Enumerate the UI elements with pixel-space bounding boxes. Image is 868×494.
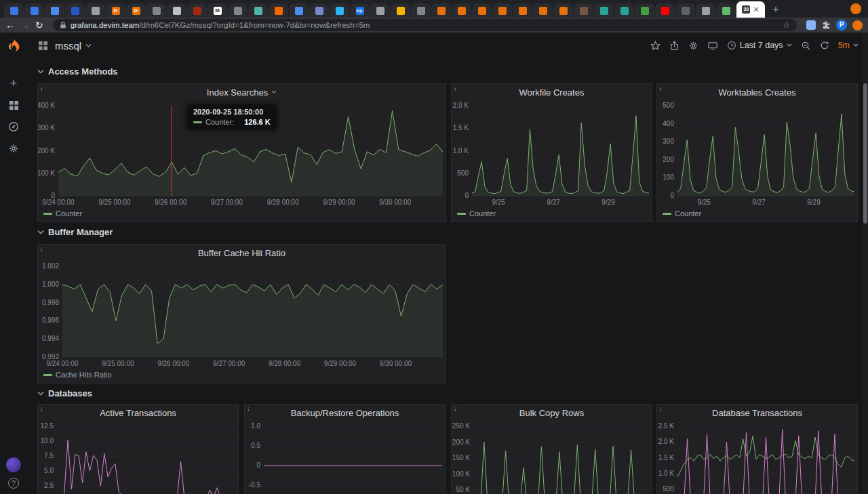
browser-tab[interactable] [65, 3, 85, 18]
share-dashboard-icon[interactable] [669, 41, 679, 51]
panel-info-icon[interactable]: i [41, 246, 43, 253]
reload-icon[interactable]: ↻ [35, 20, 43, 30]
browser-tab[interactable] [370, 3, 390, 18]
browser-tab[interactable] [309, 3, 329, 18]
refresh-icon[interactable] [820, 41, 829, 50]
browser-tab[interactable] [513, 3, 532, 18]
active-transactions-chart[interactable]: 12.510.07.55.02.5 [38, 421, 238, 494]
panel-title[interactable]: Index Searches [207, 87, 268, 98]
sidebar-create-icon[interactable]: + [7, 77, 20, 89]
panel-title-bar[interactable]: i Backup/Restore Operations [245, 405, 445, 421]
address-bar[interactable]: grafana.devim.team /d/m6Cel7KGz/mssql?or… [53, 19, 797, 31]
database-transactions-chart[interactable]: 2.5 K2.0 K1.5 K1.0 K500 [657, 421, 857, 494]
panel-title[interactable]: Buffer Cache Hit Ratio [198, 248, 285, 258]
browser-tab[interactable] [594, 3, 614, 18]
browser-tab[interactable] [4, 3, 24, 18]
panel-title[interactable]: Database Transactions [712, 408, 802, 418]
forward-icon[interactable]: → [20, 20, 30, 30]
panel-info-icon[interactable]: i [454, 85, 456, 92]
browser-tab[interactable] [452, 3, 471, 18]
cycle-view-icon[interactable] [707, 41, 718, 51]
browser-tab[interactable]: SQL [350, 3, 370, 18]
sidebar-explore-icon[interactable] [7, 121, 20, 133]
panel-title[interactable]: Worktables Creates [719, 87, 796, 98]
browser-tab[interactable] [45, 3, 64, 18]
browser-tab[interactable] [635, 3, 654, 18]
browser-tab[interactable] [289, 3, 309, 18]
browser-tab[interactable]: D [126, 3, 146, 18]
panel-title-bar[interactable]: i Active Transactions [38, 405, 238, 421]
legend[interactable]: Counter [38, 208, 446, 219]
browser-tab[interactable] [716, 3, 736, 18]
profile-avatar[interactable]: P [836, 20, 847, 30]
chrome-update-badge[interactable] [850, 3, 861, 14]
sidebar-dashboards-icon[interactable] [7, 99, 20, 111]
browser-tab[interactable]: D [106, 3, 125, 18]
extensions-puzzle-icon[interactable] [821, 20, 831, 30]
browser-tab[interactable] [655, 3, 675, 18]
back-icon[interactable]: ← [5, 20, 15, 30]
buffer-cache-hit-ratio-chart[interactable]: 1.0021.0000.9980.9960.9940.9929/24 00:00… [38, 261, 446, 369]
panel-info-icon[interactable]: i [660, 406, 662, 413]
browser-tab[interactable] [533, 3, 553, 18]
row-header-buffer-manager[interactable]: Buffer Manager [37, 227, 113, 237]
scrollbar-thumb[interactable] [863, 83, 867, 224]
legend[interactable]: Counter [657, 208, 857, 219]
browser-tab[interactable] [696, 3, 715, 18]
bulk-copy-rows-chart[interactable]: 250 K200 K150 K100 K50 K [452, 421, 652, 494]
browser-tab[interactable] [574, 3, 593, 18]
browser-tab[interactable] [228, 3, 248, 18]
new-tab-button[interactable]: + [769, 3, 783, 16]
panel-title-bar[interactable]: i Worktables Creates [657, 84, 857, 100]
zoom-out-icon[interactable] [801, 41, 811, 51]
dashboard-title[interactable]: mssql [55, 40, 81, 52]
panel-info-icon[interactable]: i [248, 406, 250, 413]
browser-tab[interactable] [391, 3, 410, 18]
browser-tab[interactable] [248, 3, 268, 18]
legend[interactable]: Counter [452, 208, 652, 219]
time-range-picker[interactable]: Last 7 days [727, 41, 792, 50]
backup-restore-operations-chart[interactable]: 1.00.50-0.5 [245, 421, 445, 494]
browser-tab[interactable] [492, 3, 512, 18]
tab-close-icon[interactable]: ✕ [753, 6, 759, 14]
panel-info-icon[interactable]: i [660, 85, 662, 92]
browser-tab[interactable] [614, 3, 634, 18]
legend[interactable]: Cache Hits Ratio [38, 369, 446, 380]
browser-tab[interactable]: M [208, 3, 227, 18]
panel-title[interactable]: Active Transactions [100, 408, 176, 418]
row-header-databases[interactable]: Databases [37, 388, 92, 398]
browser-tab[interactable] [675, 3, 695, 18]
panel-title-bar[interactable]: i Index Searches [38, 84, 446, 100]
panel-title-bar[interactable]: i Database Transactions [657, 405, 857, 421]
help-icon[interactable]: ? [8, 478, 19, 489]
browser-tab[interactable] [85, 3, 105, 18]
panel-title[interactable]: Backup/Restore Operations [291, 408, 399, 418]
user-avatar[interactable] [6, 457, 21, 472]
browser-tab[interactable] [411, 3, 431, 18]
dashboard-settings-icon[interactable] [688, 41, 698, 51]
panel-title-bar[interactable]: i Workfile Creates [452, 84, 652, 100]
panel-info-icon[interactable]: i [454, 406, 456, 413]
browser-tab[interactable] [269, 3, 288, 18]
refresh-interval-picker[interactable]: 5m [838, 41, 859, 50]
dashboard-title-caret-icon[interactable] [85, 43, 92, 48]
bookmark-star-icon[interactable]: ☆ [783, 20, 790, 30]
browser-tab[interactable] [167, 3, 186, 18]
browser-tab[interactable] [330, 3, 349, 18]
grafana-logo-icon[interactable] [6, 38, 21, 54]
extension-icon[interactable] [806, 20, 816, 30]
row-header-access-methods[interactable]: Access Methods [37, 66, 118, 77]
star-dashboard-icon[interactable] [650, 41, 660, 51]
panel-info-icon[interactable]: i [41, 85, 43, 92]
workfile-creates-chart[interactable]: 2.0 K1.5 K1.0 K50009/259/279/29 [452, 100, 652, 208]
panel-title-bar[interactable]: i Buffer Cache Hit Ratio [38, 245, 446, 261]
page-scrollbar[interactable] [863, 33, 868, 494]
panel-title[interactable]: Bulk Copy Rows [519, 408, 584, 418]
browser-tab[interactable] [146, 3, 166, 18]
browser-menu-button[interactable] [852, 20, 863, 30]
browser-tab[interactable] [24, 3, 44, 18]
browser-tab[interactable] [553, 3, 573, 18]
panel-title[interactable]: Workfile Creates [519, 87, 585, 98]
browser-tab-active[interactable]: 30 ✕ [736, 1, 765, 18]
browser-tab[interactable] [187, 3, 207, 18]
